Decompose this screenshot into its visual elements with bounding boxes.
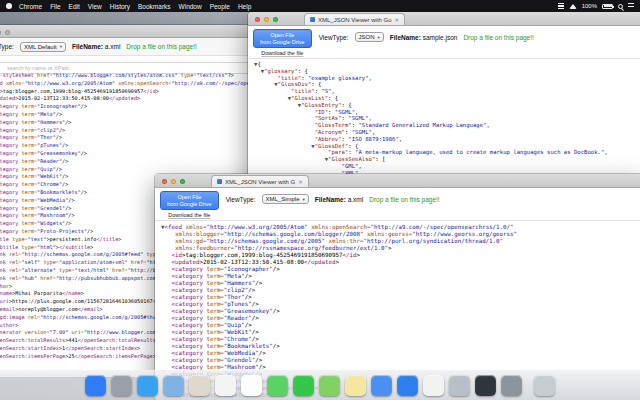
menu-item[interactable]: Edit [69, 3, 80, 10]
zoom-window-button[interactable] [273, 17, 278, 22]
code-line: ▼"GlossDiv": { [254, 81, 640, 88]
menu-item[interactable]: View [88, 3, 102, 10]
viewer-options: ViewType: JSON▾ FileName: sample.json Dr… [319, 32, 534, 42]
menu-item[interactable]: Window [179, 3, 202, 10]
viewer-toolbar: Open Filefrom Google Drive Download the … [248, 26, 640, 59]
menu-item[interactable]: File [50, 3, 60, 10]
code-line: "title": "S", [254, 88, 640, 95]
chevron-down-icon: ▾ [378, 35, 380, 40]
dock-icon-finder[interactable] [85, 375, 106, 396]
dock-icon-trash[interactable] [534, 375, 555, 396]
browser-tab[interactable]: XML_JSON Viewer with G ✕ [211, 175, 309, 187]
tab-bar: XML_JSON Viewer with Go ✕ [248, 12, 640, 26]
spotlight-icon[interactable] [618, 4, 623, 9]
viewtype-select[interactable]: JSON▾ [355, 32, 384, 42]
dock-icon-contacts[interactable] [189, 375, 210, 396]
menu-status-area: 100% [558, 3, 634, 9]
dock-icon-photos[interactable] [241, 375, 262, 396]
code-line: <category term="Bookmarklets"/> [161, 343, 640, 350]
menu-item[interactable]: People [210, 3, 230, 10]
tab-close-icon[interactable]: ✕ [395, 17, 400, 23]
menu-item[interactable]: Help [238, 3, 251, 10]
apple-logo-icon[interactable] [6, 3, 12, 9]
notification-center-icon[interactable] [628, 3, 634, 9]
dock-icon-mail[interactable] [163, 375, 184, 396]
dock-icon-safari[interactable] [137, 375, 158, 396]
code-line: ▼<feed xmlns="http://www.w3.org/2005/Ato… [161, 224, 640, 231]
viewtype-select[interactable]: XML_Simple▾ [262, 194, 309, 204]
code-line: <updated>2015-02-13T12:33:50.415-08:00</… [161, 259, 640, 266]
code-line: <category term="Reader"/> [161, 315, 640, 322]
menu-item[interactable]: History [110, 3, 130, 10]
code-line: ▼"glossary": { [254, 68, 640, 75]
dock-icon-app-store[interactable] [397, 375, 418, 396]
download-file-link[interactable]: Download the file [261, 50, 303, 56]
menu-item[interactable]: Chrome [19, 3, 42, 10]
browser-tab[interactable]: XML_JSON Viewer with Go ✕ [304, 13, 405, 25]
open-file-button[interactable]: Open Filefrom Google Drive [160, 191, 219, 210]
window-controls [0, 30, 10, 35]
code-line: ▼"GlossEntry": { [254, 102, 640, 109]
tab-favicon-icon [310, 17, 315, 22]
code-line: xmlns:feedburner="http://rssnamespace.or… [161, 245, 640, 252]
keyboard-icon[interactable] [558, 3, 564, 9]
dock [0, 370, 640, 400]
code-line: xmlns:blogger="http://schemas.google.com… [161, 231, 640, 238]
zoom-window-button[interactable] [5, 30, 10, 35]
close-window-button[interactable] [162, 179, 167, 184]
menu-items: ChromeFileEditViewHistoryBookmarksWindow… [19, 3, 251, 10]
viewtype-label: ViewType: [319, 34, 349, 41]
dock-icon-itunes[interactable] [371, 375, 392, 396]
open-file-button[interactable]: Open Filefrom Google Drive [253, 29, 312, 48]
battery-icon[interactable] [602, 4, 613, 9]
tab-close-icon[interactable]: ✕ [298, 179, 303, 185]
dock-icon-calendar[interactable] [215, 375, 236, 396]
dock-icons [83, 375, 558, 396]
viewer-options: ViewType: XML_Simple▾ FileName: a.xml Dr… [226, 194, 440, 204]
tab-title: XML_JSON Viewer with G [225, 179, 295, 185]
viewer-toolbar: Open Filefrom Google Drive Download the … [155, 188, 640, 221]
code-line: <category term="Iconographer"/> [161, 266, 640, 273]
dock-icon-notes[interactable] [345, 375, 366, 396]
file-actions: Open Filefrom Google Drive Download the … [253, 29, 312, 56]
minimize-window-button[interactable] [264, 17, 269, 22]
code-line: <category term="pTunes"/> [161, 301, 640, 308]
wifi-icon[interactable] [569, 4, 577, 9]
menu-bar: ChromeFileEditViewHistoryBookmarksWindow… [0, 0, 640, 12]
drop-hint-text: Drop a file on this page!! [369, 196, 439, 203]
drop-hint-text: Drop a file on this page!! [463, 34, 533, 41]
battery-percent: 100% [582, 3, 597, 9]
window-controls [255, 17, 278, 22]
close-window-button[interactable] [255, 17, 260, 22]
dock-icon-messages[interactable] [267, 375, 288, 396]
dock-icon-maps[interactable] [319, 375, 340, 396]
code-line: <category term="WebKit"/> [161, 329, 640, 336]
code-line: "title": "example glossary", [254, 75, 640, 82]
dock-icon-launchpad[interactable] [111, 375, 132, 396]
minimize-window-button[interactable] [171, 179, 176, 184]
zoom-window-button[interactable] [180, 179, 185, 184]
filename-text: FileName: a.xml [315, 196, 363, 203]
code-line: ▼{ [254, 61, 640, 68]
code-line: "GML", [254, 163, 640, 170]
menu-item[interactable]: Bookmarks [138, 3, 171, 10]
code-line: <category term="Hammers"/> [161, 280, 640, 287]
code-line: "GlossTerm": "Standard Generalized Marku… [254, 122, 640, 129]
filename-text: FileName: sample.json [390, 34, 458, 41]
dock-icon-downloads[interactable] [501, 375, 522, 396]
download-file-link[interactable]: Download the file [168, 212, 210, 218]
tab-title: XML_JSON Viewer with Go [318, 17, 392, 23]
minimize-window-button[interactable] [0, 30, 1, 35]
dock-icon-chrome[interactable] [423, 375, 444, 396]
dock-icon-system-preferences[interactable] [449, 375, 470, 396]
dock-icon-terminal[interactable] [475, 375, 496, 396]
code-line: ▼"GlossDef": { [254, 143, 640, 150]
json-content[interactable]: ▼{ ▼"glossary": { "title": "example glos… [248, 59, 640, 177]
dock-icon-facetime[interactable] [293, 375, 314, 396]
file-actions: Open Filefrom Google Drive Download the … [160, 191, 219, 218]
viewtype-select[interactable]: XML Default▾ [20, 42, 66, 52]
code-line: ▼"GlossList": { [254, 95, 640, 102]
drop-hint-text: Drop a file on this page!! [126, 43, 196, 50]
code-line: xmlns:gd="http://schemas.google.com/g/20… [161, 238, 640, 245]
code-line: "ID": "SGML", [254, 109, 640, 116]
